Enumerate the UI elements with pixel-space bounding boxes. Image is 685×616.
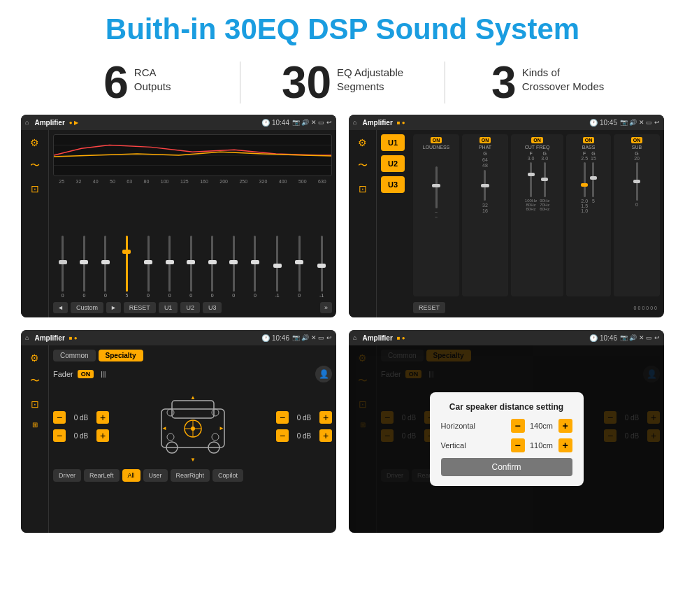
amp-screen-title: Amplifier: [362, 119, 392, 127]
amp-screen-card: ⌂ Amplifier ■ ● 🕐 10:45 📷 🔊 ✕ ▭ ↩ ⚙ 〜 ⊡ …: [349, 115, 664, 317]
all-btn[interactable]: All: [122, 469, 140, 482]
eq-slider-5[interactable]: 0: [168, 187, 171, 298]
rr-plus-btn[interactable]: +: [319, 429, 332, 442]
svg-text:▼: ▼: [190, 457, 196, 463]
amp-icon-2[interactable]: 〜: [358, 159, 368, 172]
amp-home-icon[interactable]: ⌂: [353, 119, 356, 126]
vertical-plus-btn[interactable]: +: [558, 438, 572, 452]
fl-minus-btn[interactable]: −: [53, 411, 66, 424]
eq-slider-3[interactable]: 5: [126, 187, 129, 298]
preset-label-btn[interactable]: Custom: [71, 302, 103, 313]
stat-rca: 6 RCAOutputs: [42, 60, 233, 105]
amp-dots: ■ ●: [397, 120, 405, 126]
rearleft-btn[interactable]: RearLeft: [84, 469, 120, 482]
u1-select-btn[interactable]: U1: [381, 134, 405, 151]
dialog-home-icon[interactable]: ⌂: [353, 334, 356, 341]
dialog-box: Car speaker distance setting Horizontal …: [430, 392, 584, 486]
svg-point-12: [212, 409, 219, 416]
eq-slider-4[interactable]: 0: [147, 187, 150, 298]
fader-dots: ■ ●: [69, 335, 78, 341]
fader-icon-1[interactable]: ⚙: [30, 352, 39, 364]
horizontal-minus-btn[interactable]: −: [511, 419, 525, 433]
eq-slider-9[interactable]: 0: [254, 187, 257, 298]
vertical-minus-btn[interactable]: −: [511, 438, 525, 452]
svg-point-13: [167, 434, 174, 440]
eq-sidebar: ⚙ 〜 ⊡: [21, 130, 49, 317]
copilot-btn[interactable]: Copilot: [212, 469, 243, 482]
fr-plus-btn[interactable]: +: [319, 411, 332, 424]
fl-plus-btn[interactable]: +: [96, 411, 109, 424]
dialog-time: 🕐 10:46: [589, 334, 617, 342]
eq-slider-0[interactable]: 0: [62, 187, 64, 298]
rr-minus-btn[interactable]: −: [276, 429, 289, 442]
confirm-button[interactable]: Confirm: [441, 458, 572, 476]
fader-screen-title: Amplifier: [34, 334, 64, 342]
fr-minus-btn[interactable]: −: [276, 411, 289, 424]
rearright-btn[interactable]: RearRight: [171, 469, 210, 482]
fader-label: Fader: [53, 370, 73, 378]
stat-number-crossover: 3: [491, 60, 517, 105]
horizontal-value: 140cm: [528, 422, 556, 430]
rl-plus-btn[interactable]: +: [96, 429, 109, 442]
eq-slider-1[interactable]: 0: [82, 187, 85, 298]
eq-slider-7[interactable]: 0: [211, 187, 214, 298]
next-arrow-btn[interactable]: ►: [106, 302, 121, 313]
amp-reset-btn[interactable]: RESET: [413, 302, 445, 313]
stat-eq: 30 EQ AdjustableSegments: [247, 60, 438, 105]
u2-select-btn[interactable]: U2: [381, 155, 405, 172]
svg-text:►: ►: [219, 425, 224, 431]
screens-grid: ⌂ Amplifier ● ▶ 🕐 10:44 📷 🔊 ✕ ▭ ↩ ⚙ 〜 ⊡: [0, 115, 685, 540]
specialty-tab[interactable]: Specialty: [99, 350, 143, 361]
fader-icon-3[interactable]: ⊡: [31, 399, 39, 410]
fader-icon-4[interactable]: ⊞: [32, 421, 38, 429]
fader-sidebar: ⚙ 〜 ⊡ ⊞: [21, 345, 49, 533]
phat-label: PHAT: [479, 145, 491, 150]
eq-status-icons: 📷 🔊 ✕ ▭ ↩: [292, 119, 332, 126]
eq-icon-3[interactable]: ⊡: [31, 183, 39, 194]
u3-btn[interactable]: U3: [203, 302, 222, 313]
u2-btn[interactable]: U2: [180, 302, 200, 313]
u1-btn[interactable]: U1: [159, 302, 178, 313]
stat-label-crossover: Kinds ofCrossover Modes: [522, 60, 605, 93]
eq-icon-2[interactable]: 〜: [30, 159, 40, 172]
bass-on-badge: ON: [583, 137, 595, 143]
user-btn[interactable]: User: [143, 469, 168, 482]
eq-slider-8[interactable]: 0: [232, 187, 235, 298]
rr-db-value: 0 dB: [293, 432, 315, 440]
svg-point-10: [191, 427, 195, 431]
more-btn[interactable]: »: [320, 302, 332, 313]
home-icon[interactable]: ⌂: [25, 119, 29, 126]
dialog-status-bar: ⌂ Amplifier ■ ● 🕐 10:46 📷 🔊 ✕ ▭ ↩: [349, 330, 664, 345]
common-tab[interactable]: Common: [53, 350, 96, 361]
prev-arrow-btn[interactable]: ◄: [53, 302, 68, 313]
svg-point-14: [212, 434, 219, 440]
reset-btn[interactable]: RESET: [124, 302, 156, 313]
amp-icon-1[interactable]: ⚙: [358, 137, 367, 148]
driver-btn[interactable]: Driver: [53, 469, 81, 482]
fader-profile-icon[interactable]: 👤: [315, 366, 332, 382]
horizontal-plus-btn[interactable]: +: [558, 419, 572, 433]
eq-slider-6[interactable]: 0: [189, 187, 192, 298]
amp-status-icons: 📷 🔊 ✕ ▭ ↩: [620, 119, 660, 126]
eq-slider-11[interactable]: 0: [298, 187, 301, 298]
eq-dots: ● ▶: [69, 120, 78, 126]
fader-icon-2[interactable]: 〜: [30, 375, 40, 387]
amp-status-bar: ⌂ Amplifier ■ ● 🕐 10:45 📷 🔊 ✕ ▭ ↩: [349, 115, 664, 130]
eq-icon-1[interactable]: ⚙: [30, 137, 39, 148]
dialog-screen-card: ⌂ Amplifier ■ ● 🕐 10:46 📷 🔊 ✕ ▭ ↩ ⚙ 〜 ⊡ …: [349, 330, 664, 533]
dialog-status-icons: 📷 🔊 ✕ ▭ ↩: [620, 334, 660, 341]
eq-slider-12[interactable]: -1: [319, 187, 324, 298]
eq-slider-10[interactable]: -1: [275, 187, 279, 298]
fader-status-bar: ⌂ Amplifier ■ ● 🕐 10:46 📷 🔊 ✕ ▭ ↩: [21, 330, 336, 345]
amp-icon-3[interactable]: ⊡: [359, 183, 367, 194]
eq-slider-2[interactable]: 0: [104, 187, 107, 298]
rl-minus-btn[interactable]: −: [53, 429, 66, 442]
fr-db-value: 0 dB: [293, 414, 315, 422]
rl-db-value: 0 dB: [70, 432, 92, 440]
u3-select-btn[interactable]: U3: [381, 176, 405, 193]
phat-on-badge: ON: [480, 137, 491, 143]
svg-text:▲: ▲: [190, 394, 196, 401]
eq-status-bar: ⌂ Amplifier ● ▶ 🕐 10:44 📷 🔊 ✕ ▭ ↩: [21, 115, 336, 130]
fader-home-icon[interactable]: ⌂: [25, 334, 29, 341]
svg-point-11: [167, 409, 174, 416]
